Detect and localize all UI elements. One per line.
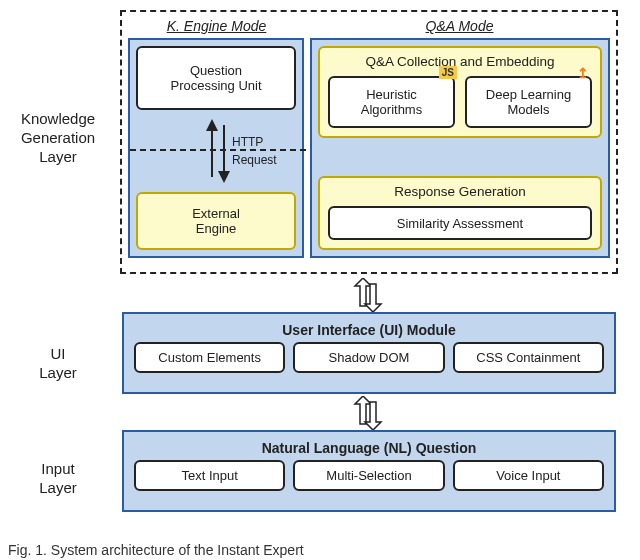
request-label: Request <box>232 153 277 167</box>
mode-titles-row: K. Engine Mode Q&A Mode <box>126 16 612 38</box>
side-label-input: Input Layer <box>0 460 116 498</box>
side-label-knowledge: Knowledge Generation Layer <box>0 110 116 166</box>
custom-elements-box: Custom Elements <box>134 342 285 373</box>
nl-question-title: Natural Language (NL) Question <box>134 440 604 460</box>
qa-collection-title: Q&A Collection and Embedding <box>328 54 592 76</box>
question-processing-unit: Question Processing Unit <box>136 46 296 110</box>
voice-input-box: Voice Input <box>453 460 604 491</box>
k-engine-panel: Question Processing Unit HTT <box>128 38 304 258</box>
deep-learning-box: Deep Learning Models ↥ <box>465 76 592 128</box>
response-generation-title: Response Generation <box>328 184 592 206</box>
knowledge-generation-layer: K. Engine Mode Q&A Mode Question Process… <box>120 10 618 274</box>
qa-collection-box: Q&A Collection and Embedding Heuristic A… <box>318 46 602 138</box>
multi-selection-box: Multi-Selection <box>293 460 444 491</box>
arrow-ui-input <box>350 396 386 430</box>
ui-layer: User Interface (UI) Module Custom Elemen… <box>122 312 616 394</box>
ui-module-title: User Interface (UI) Module <box>134 322 604 342</box>
response-generation-box: Response Generation Similarity Assessmen… <box>318 176 602 250</box>
qa-mode-title: Q&A Mode <box>310 18 610 34</box>
similarity-assessment-box: Similarity Assessment <box>328 206 592 240</box>
input-layer: Natural Language (NL) Question Text Inpu… <box>122 430 616 512</box>
heuristic-label: Heuristic Algorithms <box>361 87 422 117</box>
mode-body: Question Processing Unit HTT <box>126 38 612 260</box>
http-arrows-icon <box>190 119 246 183</box>
css-containment-box: CSS Containment <box>453 342 604 373</box>
k-engine-mode-title: K. Engine Mode <box>129 18 305 34</box>
arrow-kg-ui <box>350 278 386 312</box>
http-dashed-line <box>130 149 306 151</box>
deep-learning-label: Deep Learning Models <box>486 87 571 117</box>
heuristic-algorithms-box: Heuristic Algorithms JS <box>328 76 455 128</box>
text-input-box: Text Input <box>134 460 285 491</box>
http-label: HTTP <box>232 135 263 149</box>
diagram-canvas: Knowledge Generation Layer UI Layer Inpu… <box>0 0 640 560</box>
js-icon: JS <box>439 66 457 79</box>
http-connector: HTTP Request <box>136 119 296 183</box>
external-engine-box: External Engine <box>136 192 296 250</box>
tensorflow-icon: ↥ <box>574 64 592 82</box>
figure-caption: Fig. 1. System architecture of the Insta… <box>8 542 304 558</box>
qa-mode-panel: Q&A Collection and Embedding Heuristic A… <box>310 38 610 258</box>
shadow-dom-box: Shadow DOM <box>293 342 444 373</box>
side-label-ui: UI Layer <box>0 345 116 383</box>
